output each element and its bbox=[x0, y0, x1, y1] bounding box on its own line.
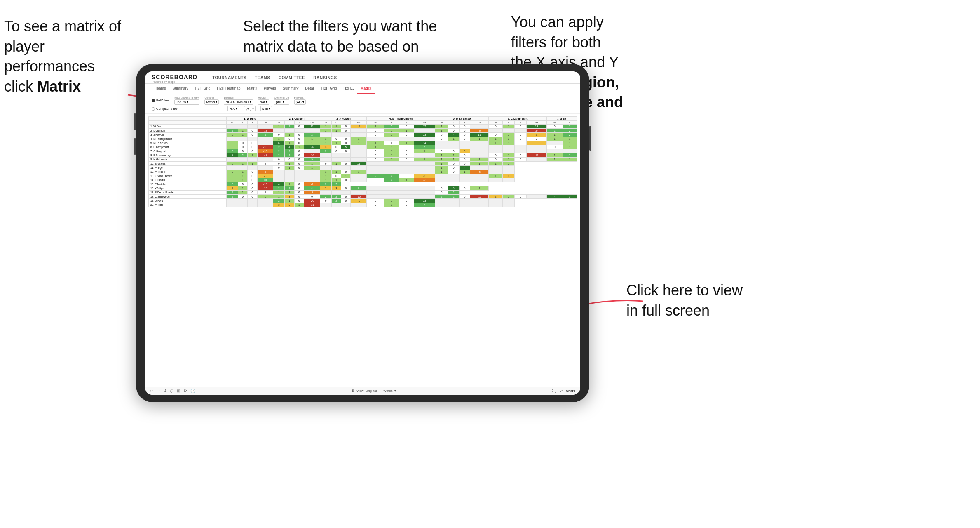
grid-icon[interactable]: ⊞ bbox=[177, 389, 180, 393]
matrix-cell: 0 bbox=[399, 174, 414, 178]
player-name-cell: 6. C Lamprecht bbox=[149, 145, 227, 149]
tab-h2h-grid-2[interactable]: H2H Grid bbox=[318, 84, 340, 94]
matrix-cell: 1 bbox=[435, 129, 448, 133]
matrix-cell: 4 bbox=[546, 195, 563, 199]
player-name-cell: 11. M Ege bbox=[149, 166, 227, 170]
max-players-select[interactable]: Top 25 ▾ bbox=[174, 99, 199, 105]
matrix-cell: 1 bbox=[367, 141, 384, 145]
matrix-cell: 2 bbox=[320, 182, 332, 186]
fullscreen-icon[interactable]: ⤢ bbox=[560, 389, 563, 393]
expand-icon[interactable]: ⛶ bbox=[552, 389, 556, 393]
nav-committee[interactable]: COMMITTEE bbox=[279, 75, 305, 82]
tab-summary[interactable]: Summary bbox=[169, 84, 192, 94]
tab-h2h-heatmap[interactable]: H2H Heatmap bbox=[214, 84, 244, 94]
matrix-cell: 0 bbox=[248, 174, 257, 178]
matrix-cell: 13 bbox=[414, 199, 435, 203]
matrix-cell bbox=[448, 199, 459, 203]
matrix-cell bbox=[285, 178, 294, 182]
matrix-cell bbox=[414, 129, 435, 133]
matrix-cell bbox=[448, 141, 459, 145]
matrix-cell bbox=[399, 195, 414, 199]
tab-teams[interactable]: Teams bbox=[152, 84, 169, 94]
clock-icon[interactable]: 🕐 bbox=[190, 389, 195, 393]
region-select-1[interactable]: N/A ▾ bbox=[258, 99, 269, 105]
matrix-cell bbox=[470, 174, 489, 178]
side-button-2[interactable] bbox=[134, 138, 136, 155]
player-name-cell: 16. K Vilips bbox=[149, 186, 227, 191]
col-header-name bbox=[149, 117, 227, 121]
region-label: Region bbox=[258, 96, 269, 99]
watch-chevron[interactable]: ▾ bbox=[394, 389, 396, 393]
matrix-cell: 10 bbox=[257, 178, 273, 182]
matrix-cell bbox=[459, 174, 470, 178]
matrix-cell: 6 bbox=[273, 141, 285, 145]
watch-label[interactable]: Watch bbox=[383, 389, 392, 393]
share-icon-left[interactable]: ⬡ bbox=[170, 389, 173, 393]
matrix-cell: 1 bbox=[384, 133, 399, 137]
redo-icon[interactable]: ↪ bbox=[157, 389, 160, 393]
matrix-cell: 0 bbox=[320, 199, 332, 203]
matrix-cell bbox=[227, 158, 238, 162]
radio-compact-view[interactable]: Compact View bbox=[152, 107, 177, 111]
tab-matrix-active[interactable]: Matrix bbox=[357, 84, 375, 94]
conference-select-1[interactable]: (All) ▾ bbox=[274, 99, 289, 105]
side-button-3[interactable] bbox=[589, 126, 591, 151]
matrix-cell: 1 bbox=[503, 153, 515, 158]
side-button-1[interactable] bbox=[134, 113, 136, 130]
sub-h-d1: Dif bbox=[257, 121, 273, 125]
sub-h-t2: T bbox=[294, 121, 304, 125]
refresh-icon[interactable]: ↺ bbox=[163, 389, 166, 393]
filter-region-2: N/A ▾ bbox=[227, 106, 239, 111]
matrix-cell bbox=[351, 191, 367, 195]
nav-rankings[interactable]: RANKINGS bbox=[313, 75, 337, 82]
matrix-cell bbox=[503, 166, 515, 170]
matrix-cell bbox=[351, 166, 367, 170]
matrix-cell: 1 bbox=[238, 178, 247, 182]
conference-select-2[interactable]: (All) ▾ bbox=[244, 106, 256, 111]
players-select-2[interactable]: (All) ▾ bbox=[260, 106, 272, 111]
matrix-cell: 2 bbox=[563, 153, 577, 158]
matrix-cell: 0 bbox=[435, 133, 448, 137]
matrix-cell bbox=[238, 166, 247, 170]
gender-value: Men's bbox=[206, 100, 215, 104]
settings-icon[interactable]: ⚙ bbox=[183, 389, 187, 393]
share-button[interactable]: Share bbox=[566, 389, 575, 393]
tab-players-summary[interactable]: Summary bbox=[279, 84, 302, 94]
matrix-cell: 2 bbox=[273, 153, 285, 158]
region-select-2[interactable]: N/A ▾ bbox=[227, 106, 239, 111]
undo-icon[interactable]: ↩ bbox=[150, 389, 153, 393]
filter-row-1: Full View Max players in view Top 25 ▾ G… bbox=[152, 96, 574, 105]
matrix-container[interactable]: 1. W Ding 2. L Clanton 3. J Koivun 4. M … bbox=[145, 114, 580, 387]
matrix-cell: 0 bbox=[294, 149, 304, 153]
matrix-cell: 0 bbox=[331, 137, 341, 141]
matrix-cell bbox=[470, 145, 489, 149]
matrix-cell: 4 bbox=[304, 186, 320, 191]
tab-detail[interactable]: Detail bbox=[302, 84, 318, 94]
division-select[interactable]: NCAA Division I ▾ bbox=[224, 99, 253, 105]
matrix-cell bbox=[489, 178, 503, 182]
matrix-cell: 0 bbox=[399, 153, 414, 158]
matrix-cell: 2 bbox=[285, 149, 294, 153]
matrix-cell: 0 bbox=[294, 195, 304, 199]
matrix-cell: 0 bbox=[367, 178, 384, 182]
gender-select[interactable]: Men's ▾ bbox=[204, 99, 219, 105]
matrix-cell bbox=[257, 166, 273, 170]
sub-h-d5: Dif bbox=[470, 121, 489, 125]
player-name-cell: 12. M Riedel bbox=[149, 170, 227, 174]
matrix-cell bbox=[341, 133, 351, 137]
players-select-1[interactable]: (All) ▾ bbox=[294, 99, 306, 105]
matrix-cell: 0 bbox=[515, 125, 527, 129]
tab-h2h-more[interactable]: H2H... bbox=[340, 84, 357, 94]
tab-players[interactable]: Players bbox=[260, 84, 279, 94]
nav-teams[interactable]: TEAMS bbox=[255, 75, 270, 82]
matrix-cell: 0 bbox=[367, 203, 384, 207]
sub-h-d2: Dif bbox=[304, 121, 320, 125]
matrix-cell bbox=[351, 153, 367, 158]
radio-full-view[interactable]: Full View bbox=[152, 99, 169, 102]
tab-h2h-grid[interactable]: H2H Grid bbox=[192, 84, 214, 94]
sub-h-w1: W bbox=[227, 121, 238, 125]
matrix-cell bbox=[384, 186, 399, 191]
tab-matrix[interactable]: Matrix bbox=[244, 84, 261, 94]
annotation-top-left: To see a matrix of player performances c… bbox=[4, 16, 136, 97]
nav-tournaments[interactable]: TOURNAMENTS bbox=[212, 75, 246, 82]
